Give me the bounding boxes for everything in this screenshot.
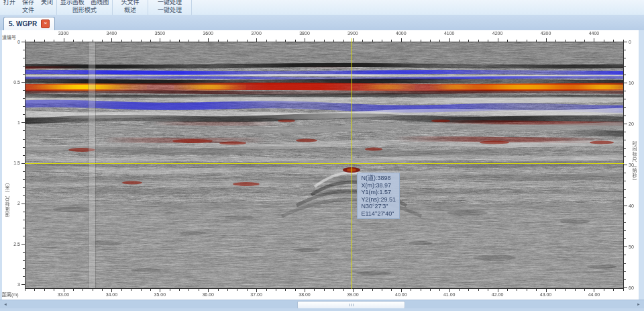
toolbar-group-label: 图形模式 <box>57 7 112 15</box>
bottom-axis-tick-label: 44.00 <box>586 292 602 297</box>
bottom-axis-tick <box>623 289 624 291</box>
top-axis-tick <box>536 40 537 42</box>
right-axis-tick <box>624 271 626 272</box>
right-axis-tick-label: 50 <box>629 245 634 249</box>
bottom-axis-tick <box>295 289 296 291</box>
bottom-axis-tick <box>575 289 576 291</box>
top-axis-tick <box>507 40 508 42</box>
right-axis-tick <box>624 157 626 157</box>
toolbar-item[interactable]: 保存 <box>22 0 34 6</box>
radargram-plot-area: 道编号 330034003500360037003800390040004100… <box>0 30 644 300</box>
top-axis-tick <box>227 40 228 42</box>
left-axis-tick <box>23 260 25 261</box>
right-axis-tick <box>624 42 627 42</box>
toolbar-group-label: 概述 <box>113 7 148 15</box>
bottom-axis-tick <box>54 289 54 291</box>
right-axis-tick <box>624 66 626 67</box>
crosshair-horizontal-line <box>25 163 624 164</box>
tooltip-line: N30°27'3" <box>361 203 396 210</box>
top-axis-tick <box>199 40 199 42</box>
bottom-axis-tick <box>536 289 537 291</box>
top-axis-tick <box>430 40 431 42</box>
toolbar-item[interactable]: 一键处理 <box>158 0 182 6</box>
top-axis-tick <box>121 40 122 42</box>
top-axis-tick <box>160 38 160 42</box>
right-axis-tick <box>624 255 626 255</box>
left-axis-tick <box>23 114 25 115</box>
bottom-axis-tick-label: 38.00 <box>297 292 313 297</box>
bottom-axis-tick <box>93 289 93 291</box>
horizontal-scrollbar[interactable]: ◄ ► <box>0 300 644 309</box>
bottom-axis-tick <box>459 289 460 291</box>
top-axis-tick <box>382 40 382 42</box>
bottom-axis-tick <box>83 289 83 291</box>
bottom-axis-tick <box>613 289 614 291</box>
status-strip <box>0 308 644 311</box>
toolbar-item[interactable]: 显示画板 <box>60 0 85 6</box>
app-window: 打开保存关闭文件显示画板画线图图形模式头文件概述一键处理一键处理 5. WGPR… <box>0 0 644 311</box>
top-axis-tick-label: 3800 <box>298 31 311 36</box>
left-axis-tick <box>23 276 25 277</box>
right-axis-tick <box>624 165 627 165</box>
toolbar-item[interactable]: 关闭 <box>41 0 53 6</box>
right-axis-tick <box>624 181 626 181</box>
top-axis-tick <box>64 38 64 42</box>
right-axis-tick <box>624 124 627 124</box>
right-axis-tick <box>624 197 626 198</box>
toolbar-item[interactable]: 画线图 <box>91 0 109 6</box>
top-axis-tick <box>584 40 585 42</box>
top-axis-tick-label: 3600 <box>201 31 215 36</box>
bottom-axis-tick-label: 43.00 <box>538 292 554 297</box>
bottom-axis-tick-label: 42.00 <box>490 292 506 297</box>
right-axis-tick <box>624 214 626 214</box>
radargram-image[interactable] <box>25 42 624 289</box>
toolbar-item[interactable]: 打开 <box>3 0 15 6</box>
top-axis-tick <box>34 40 35 42</box>
right-axis-tick <box>624 148 626 149</box>
bottom-axis-tick <box>102 289 103 291</box>
bottom-axis-tick <box>439 289 440 291</box>
right-axis-tick-label: 60 <box>629 285 634 290</box>
top-axis-tick <box>604 40 604 42</box>
left-axis-tick <box>23 179 25 180</box>
bottom-axis-tick <box>141 289 142 291</box>
right-axis-tick-label: 10 <box>629 81 634 85</box>
right-axis-tick <box>624 247 627 247</box>
tab-wgpr[interactable]: 5. WGPR × <box>3 17 55 30</box>
top-axis-tick <box>208 38 209 42</box>
left-axis-tick-label: 2.5 <box>1 242 20 247</box>
top-axis-tick <box>189 40 189 42</box>
top-axis-tick <box>449 38 450 42</box>
top-axis-tick-label: 3400 <box>105 31 118 36</box>
right-axis-tick <box>624 91 626 91</box>
bottom-axis-tick <box>411 289 411 291</box>
left-axis-tick-label: 3 <box>1 282 20 287</box>
window-frame-right <box>639 30 644 300</box>
tooltip-line: N(道):3898 <box>361 175 396 182</box>
left-axis-tick <box>23 66 25 66</box>
measurement-tooltip: N(道):3898X(m):38.97Y1(m):1.57Y2(ns):29.5… <box>357 173 400 219</box>
bottom-axis-tick <box>276 289 276 291</box>
toolbar-item[interactable]: 头文件 <box>121 0 139 6</box>
top-axis-tick <box>141 40 142 42</box>
tab-close-icon[interactable]: × <box>41 19 50 28</box>
bottom-axis-tick <box>527 289 527 291</box>
left-axis-tick <box>23 187 25 188</box>
left-axis-tick <box>23 195 25 196</box>
top-axis-tick <box>421 40 421 42</box>
bottom-axis-tick <box>517 289 517 291</box>
bottom-axis-tick <box>343 289 344 291</box>
top-axis-tick <box>314 40 315 42</box>
depth-axis-title: 深度标尺（米） <box>5 143 11 217</box>
top-axis-tick <box>44 40 45 42</box>
bottom-axis-tick <box>199 289 199 291</box>
bottom-axis-tick <box>324 289 325 291</box>
left-axis-tick <box>21 122 25 123</box>
tab-bar: 5. WGPR × <box>0 15 644 31</box>
top-axis-tick <box>439 40 440 42</box>
bottom-axis-tick-label: 34.00 <box>103 292 119 297</box>
left-axis-tick-label: 0 <box>1 40 20 44</box>
top-axis-tick <box>546 38 547 42</box>
top-axis-tick <box>93 40 93 42</box>
top-axis-tick <box>353 38 354 42</box>
